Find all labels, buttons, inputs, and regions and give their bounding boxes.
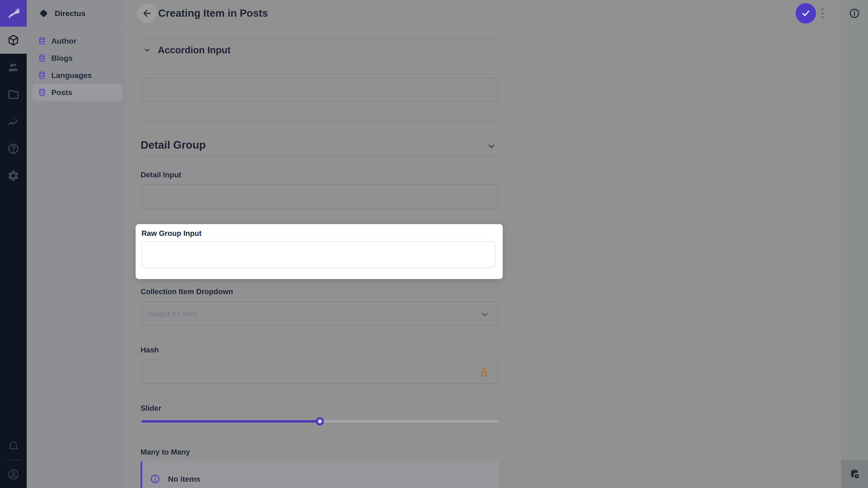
sidebar-item-label: Posts (51, 88, 72, 97)
sidebar-item-languages[interactable]: Languages (33, 67, 122, 84)
revisions-sidebar-button[interactable] (841, 460, 868, 488)
navigation-sidebar: Directus Author Blogs Languages Posts (27, 0, 126, 488)
account-button[interactable] (0, 461, 27, 488)
dropdown-label: Collection Item Dropdown (141, 287, 233, 296)
users-icon (7, 61, 20, 74)
help-icon (7, 142, 20, 155)
raw-group-input[interactable] (142, 241, 495, 268)
many-to-many-empty-notice: No items (141, 461, 499, 488)
notifications-button[interactable] (0, 433, 27, 460)
rabbit-logo-icon (6, 6, 21, 21)
page-title: Creating Item in Posts (158, 0, 268, 26)
module-user-directory[interactable] (0, 54, 27, 81)
empty-notice-text: No items (168, 475, 200, 484)
folder-icon (7, 88, 20, 101)
sidebar-item-author[interactable]: Author (33, 32, 122, 50)
chevron-down-icon[interactable] (486, 141, 497, 151)
page-header: Creating Item in Posts (126, 0, 841, 27)
project-logo-button[interactable] (0, 0, 27, 27)
module-bar-divider (5, 460, 21, 461)
sidebar-item-label: Blogs (51, 54, 72, 63)
accordion-section-title: Accordion Input (158, 45, 230, 56)
sidebar-item-label: Author (51, 37, 76, 45)
sidebar-item-posts[interactable]: Posts (33, 84, 122, 101)
module-insights[interactable] (0, 108, 27, 135)
dropdown-placeholder: Select an item... (149, 310, 204, 318)
slider[interactable] (142, 417, 498, 426)
check-icon (800, 8, 811, 19)
more-options-button[interactable] (819, 8, 825, 19)
arrow-left-icon (142, 8, 152, 19)
raw-group-input-highlight-card: Raw Group Input (135, 224, 503, 279)
database-icon (38, 71, 46, 79)
project-switcher[interactable]: Directus (27, 0, 126, 27)
directus-app: Directus Author Blogs Languages Posts (0, 0, 868, 488)
slider-label: Slider (141, 404, 161, 413)
bell-icon (7, 440, 20, 453)
sidebar-item-label: Languages (51, 71, 92, 80)
save-button[interactable] (796, 3, 816, 24)
module-content[interactable] (0, 27, 27, 54)
hash-input[interactable] (142, 360, 498, 384)
chevron-down-icon (143, 46, 151, 55)
kebab-menu-icon (821, 8, 824, 10)
many-to-many-label: Many to Many (141, 448, 190, 456)
accordion-input[interactable] (142, 78, 498, 102)
project-name: Directus (55, 9, 86, 18)
lock-open-icon (478, 366, 490, 378)
section-divider (141, 39, 499, 39)
gear-icon (7, 169, 20, 182)
collection-item-dropdown[interactable]: Select an item... (142, 302, 498, 326)
info-icon (849, 8, 860, 19)
project-diamond-icon (38, 8, 49, 19)
box-icon (7, 34, 20, 46)
database-icon (38, 54, 46, 62)
insights-icon (7, 115, 20, 128)
module-help[interactable] (0, 135, 27, 162)
section-divider (141, 156, 499, 157)
database-icon (38, 37, 46, 45)
detail-group-title: Detail Group (141, 139, 206, 151)
info-icon (150, 474, 160, 484)
right-sidebar (841, 0, 868, 488)
chevron-down-icon (479, 309, 490, 320)
account-circle-icon (7, 468, 20, 481)
form-content: Accordion Input Detail Group Detail Inpu… (126, 27, 841, 488)
detail-input-label: Detail Input (141, 170, 181, 179)
database-icon (38, 88, 46, 97)
accordion-section-header[interactable]: Accordion Input (143, 45, 230, 56)
slider-fill (142, 420, 320, 422)
section-divider (141, 121, 499, 122)
module-bar (0, 0, 27, 488)
module-file-library[interactable] (0, 81, 27, 108)
sidebar-item-blogs[interactable]: Blogs (33, 50, 122, 67)
detail-input[interactable] (142, 184, 498, 209)
clipboard-clock-icon (848, 468, 861, 480)
info-sidebar-button[interactable] (841, 0, 868, 27)
module-settings[interactable] (0, 162, 27, 189)
back-button[interactable] (137, 3, 157, 23)
collection-list: Author Blogs Languages Posts (27, 27, 126, 101)
raw-group-input-label: Raw Group Input (142, 229, 202, 238)
hash-label: Hash (141, 346, 159, 354)
slider-thumb[interactable] (316, 417, 324, 425)
